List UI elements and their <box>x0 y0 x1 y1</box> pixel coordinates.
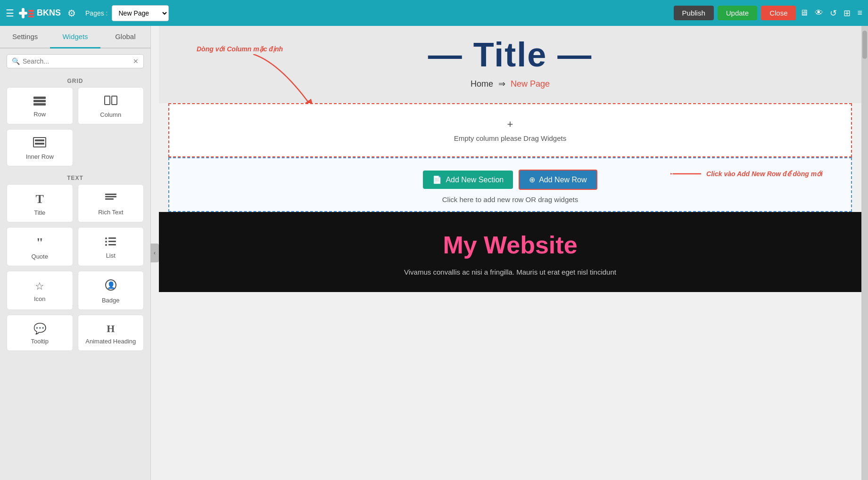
icon-label: Icon <box>34 295 46 302</box>
add-row-annotation-arrow <box>670 167 703 181</box>
add-row-icon: ⊕ <box>529 175 535 184</box>
widget-column[interactable]: Column <box>78 87 144 124</box>
breadcrumb-arrow: ⇒ <box>498 79 505 89</box>
row-icon <box>33 96 46 108</box>
add-row-annotation-text: Click vào Add New Row để dòng mới <box>706 170 823 178</box>
icon-widget-icon: ☆ <box>35 280 44 293</box>
svg-point-18 <box>105 241 107 243</box>
grid-widget-grid: Row Column Inner Row <box>0 87 150 171</box>
tab-widgets[interactable]: Widgets <box>50 26 100 49</box>
badge-icon: 👤 <box>105 279 117 294</box>
update-button[interactable]: Update <box>718 6 757 20</box>
row-label: Row <box>33 111 46 118</box>
widget-title[interactable]: T Title <box>7 184 73 222</box>
svg-point-16 <box>105 237 107 239</box>
footer-body: Vivamus convallis ac nisi a fringilla. M… <box>322 267 699 278</box>
footer-title: My Website <box>159 231 861 259</box>
widget-tooltip[interactable]: 💬 Tooltip <box>7 315 73 351</box>
add-section-area: 📄 Add New Section ⊕ Add New Row Click he… <box>168 157 852 212</box>
scrollbar-thumb[interactable] <box>862 31 867 59</box>
breadcrumb-home: Home <box>471 79 493 89</box>
svg-point-20 <box>105 244 107 246</box>
svg-text:👤: 👤 <box>107 281 115 289</box>
title-section: — Title — Home ⇒ New Page Dòng với Colum… <box>159 26 861 103</box>
widget-rich-text[interactable]: Rich Text <box>78 184 144 222</box>
widget-row[interactable]: Row <box>7 87 73 124</box>
desktop-icon[interactable]: 🖥 <box>800 8 808 18</box>
add-row-annotation: Click vào Add New Row để dòng mới <box>670 167 823 181</box>
animated-heading-label: Animated Heading <box>85 338 136 345</box>
svg-rect-14 <box>105 196 116 197</box>
svg-rect-21 <box>108 244 116 245</box>
tab-global[interactable]: Global <box>100 26 150 48</box>
inner-row-icon <box>33 137 46 150</box>
preview-icon[interactable]: 👁 <box>815 8 823 18</box>
search-box: 🔍 ✕ <box>7 54 144 68</box>
widget-quote[interactable]: " Quote <box>7 227 73 266</box>
rich-text-label: Rich Text <box>98 209 123 216</box>
sidebar-collapse-arrow[interactable]: ‹ <box>150 244 159 262</box>
list-label: List <box>106 252 116 259</box>
more-menu-icon[interactable]: ≡ <box>857 8 862 18</box>
tooltip-icon: 💬 <box>33 323 46 335</box>
text-section-label: TEXT <box>0 171 150 184</box>
search-icon: 🔍 <box>12 57 20 65</box>
text-widget-grid: T Title Rich Text " Quote List ☆ <box>0 184 150 356</box>
sidebar: Settings Widgets Global 🔍 ✕ GRID Row <box>0 26 151 480</box>
svg-rect-12 <box>35 143 44 145</box>
add-new-row-button[interactable]: ⊕ Add New Row <box>519 170 597 190</box>
gear-icon[interactable]: ⚙ <box>67 8 76 19</box>
empty-col-plus: + <box>507 118 513 130</box>
empty-column-row[interactable]: + Empty column please Drag Widgets <box>168 103 852 157</box>
column-icon <box>104 95 117 108</box>
svg-rect-6 <box>33 100 46 102</box>
add-new-section-button[interactable]: 📄 Add New Section <box>423 171 513 189</box>
hamburger-icon[interactable]: ☰ <box>6 8 14 19</box>
svg-rect-13 <box>105 194 116 195</box>
inner-row-label: Inner Row <box>26 153 54 160</box>
add-buttons-row: 📄 Add New Section ⊕ Add New Row <box>423 170 597 190</box>
svg-rect-4 <box>28 16 34 17</box>
top-bar-icons: 🖥 👁 ↺ ⊞ ≡ <box>800 8 862 18</box>
svg-rect-10 <box>33 138 46 147</box>
search-input[interactable] <box>23 57 130 65</box>
column-label: Column <box>100 111 121 118</box>
widget-icon[interactable]: ☆ Icon <box>7 271 73 310</box>
quote-icon: " <box>36 235 43 250</box>
svg-rect-11 <box>35 139 44 141</box>
main-layout: Settings Widgets Global 🔍 ✕ GRID Row <box>0 26 868 480</box>
svg-rect-7 <box>33 103 46 106</box>
svg-rect-1 <box>22 8 25 18</box>
page-selector-area: Pages : New Page <box>85 5 168 21</box>
widget-inner-row[interactable]: Inner Row <box>7 129 73 166</box>
svg-rect-15 <box>105 198 114 200</box>
logo-icon <box>19 8 34 18</box>
title-icon: T <box>36 192 44 206</box>
sitemap-icon[interactable]: ⊞ <box>843 8 851 18</box>
title-label: Title <box>34 209 45 216</box>
top-bar: ☰ BKNS ⚙ Pages : New Page Publish Update… <box>0 0 868 26</box>
empty-column-section: + Empty column please Drag Widgets <box>164 103 857 157</box>
logo-area: BKNS <box>19 8 61 18</box>
svg-rect-2 <box>28 10 34 12</box>
clear-icon[interactable]: ✕ <box>133 57 139 65</box>
top-bar-left: ☰ BKNS ⚙ <box>6 8 76 19</box>
add-hint-text: Click here to add new row OR drag widget… <box>442 195 578 203</box>
close-button[interactable]: Close <box>761 6 796 20</box>
svg-rect-9 <box>112 96 117 105</box>
svg-rect-8 <box>105 96 110 105</box>
svg-rect-17 <box>108 237 116 239</box>
tooltip-label: Tooltip <box>31 338 49 345</box>
publish-button[interactable]: Publish <box>674 6 714 20</box>
widget-animated-heading[interactable]: H Animated Heading <box>78 315 144 351</box>
pages-label: Pages : <box>85 9 107 17</box>
vertical-scrollbar[interactable] <box>861 26 868 480</box>
widget-list[interactable]: List <box>78 227 144 266</box>
quote-label: Quote <box>32 253 48 260</box>
history-icon[interactable]: ↺ <box>830 8 837 18</box>
widget-badge[interactable]: 👤 Badge <box>78 271 144 310</box>
page-select[interactable]: New Page <box>112 5 169 21</box>
top-bar-right: Publish Update Close 🖥 👁 ↺ ⊞ ≡ <box>674 6 862 20</box>
tab-settings[interactable]: Settings <box>0 26 50 48</box>
sidebar-tabs: Settings Widgets Global <box>0 26 150 49</box>
